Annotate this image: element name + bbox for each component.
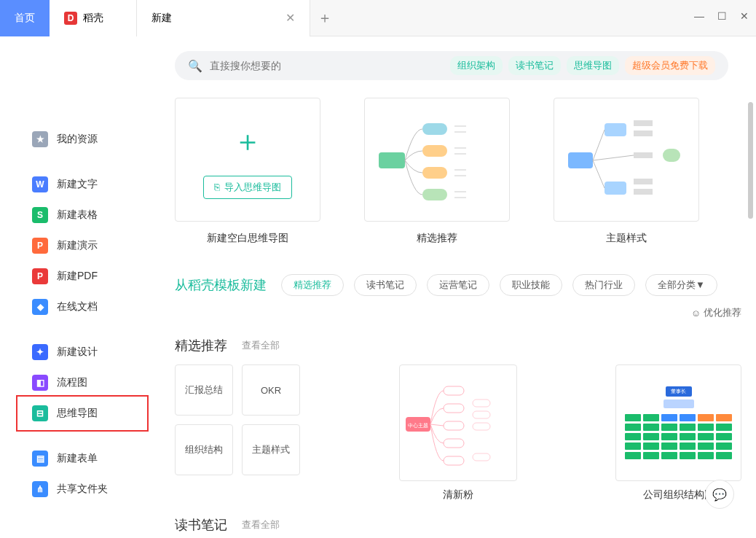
sidebar-item-label: 在线文档 (57, 300, 98, 313)
highlight-box (16, 395, 149, 432)
filter-title: 从稻壳模板新建 (175, 276, 267, 294)
sidebar-item-flowchart[interactable]: ◧流程图 (0, 367, 153, 398)
smile-icon: ☺ (691, 308, 701, 319)
tab-docer-label: 稻壳 (83, 12, 103, 25)
svg-rect-1 (422, 123, 447, 135)
quick-cell[interactable]: 主题样式 (242, 424, 300, 475)
sidebar: ★我的资源 W新建文字 S新建表格 P新建演示 P新建PDF ◆在线文档 ✦新建… (0, 36, 153, 538)
search-input[interactable] (210, 60, 443, 71)
maximize-button[interactable]: ☐ (717, 10, 727, 22)
svg-rect-24 (444, 386, 464, 395)
svg-rect-14 (605, 123, 626, 136)
filter-chip[interactable]: 运营笔记 (427, 274, 489, 296)
tab-docer[interactable]: D 稻壳 (50, 0, 137, 36)
template-card-fresh-pink[interactable]: 中心主题 清新粉 (399, 364, 517, 502)
sidebar-item-new-sheet[interactable]: S新建表格 (0, 200, 153, 230)
mindmap-preview-icon (371, 109, 503, 211)
tab-new[interactable]: 新建 ✕ (137, 0, 310, 36)
svg-rect-16 (634, 120, 653, 126)
sidebar-item-label: 流程图 (57, 376, 87, 389)
sidebar-item-label: 新建文字 (57, 178, 98, 191)
filter-chip[interactable]: 职业技能 (500, 274, 562, 296)
import-icon: ⎘ (214, 182, 220, 192)
search-tag-vip[interactable]: 超级会员免费下载 (625, 56, 715, 75)
slides-icon: P (32, 238, 48, 254)
filter-chip[interactable]: 精选推荐 (281, 274, 344, 296)
sheet-icon: S (32, 207, 48, 223)
search-box[interactable]: 🔍 组织架构 读书笔记 思维导图 超级会员免费下载 (175, 51, 728, 80)
flowchart-icon: ◧ (32, 375, 48, 391)
search-tag[interactable]: 思维导图 (567, 56, 619, 75)
svg-rect-13 (568, 152, 593, 168)
view-all-link[interactable]: 查看全部 (242, 518, 280, 531)
svg-rect-4 (422, 189, 447, 200)
sidebar-item-mindmap[interactable]: ⊟思维导图 (0, 398, 153, 429)
search-row: 🔍 组织架构 读书笔记 思维导图 超级会员免费下载 (175, 51, 741, 80)
quick-grid: 汇报总结 OKR 组织结构 主题样式 (175, 364, 300, 475)
sidebar-item-shared-folder[interactable]: ⋔共享文件夹 (0, 474, 153, 504)
top-templates-row: ＋ ⎘导入思维导图 新建空白思维导图 (175, 98, 741, 245)
sidebar-item-new-pdf[interactable]: P新建PDF (0, 261, 153, 292)
filter-row: 从稻壳模板新建 精选推荐 读书笔记 运营笔记 职业技能 热门行业 全部分类▼ ☺… (175, 274, 741, 319)
minimize-button[interactable]: — (694, 10, 704, 22)
window-controls: — ☐ ✕ (694, 10, 749, 22)
section-title: 精选推荐 (175, 337, 227, 354)
svg-rect-19 (663, 149, 680, 162)
import-mindmap-button[interactable]: ⎘导入思维导图 (203, 176, 292, 199)
tab-home-label: 首页 (15, 12, 35, 25)
sidebar-item-label: 我的资源 (57, 133, 98, 146)
quick-cell[interactable]: 组织结构 (175, 424, 233, 475)
search-icon: 🔍 (188, 59, 202, 73)
svg-rect-17 (634, 130, 653, 136)
filter-chip-all[interactable]: 全部分类▼ (645, 274, 717, 296)
pink-mindmap-icon: 中心主题 (400, 372, 516, 474)
main-layout: ★我的资源 W新建文字 S新建表格 P新建演示 P新建PDF ◆在线文档 ✦新建… (0, 36, 756, 538)
sidebar-item-new-slides[interactable]: P新建演示 (0, 230, 153, 261)
close-icon[interactable]: ✕ (286, 11, 295, 25)
search-tag[interactable]: 读书笔记 (508, 56, 561, 75)
sidebar-item-label: 共享文件夹 (57, 483, 108, 496)
svg-rect-0 (379, 152, 405, 168)
optimize-recommend[interactable]: ☺优化推荐 (691, 306, 741, 319)
plus-icon: ＋ (233, 121, 262, 161)
tab-home[interactable]: 首页 (0, 0, 50, 36)
svg-rect-29 (473, 399, 490, 407)
svg-rect-25 (444, 404, 464, 413)
template-label: 清新粉 (399, 488, 517, 502)
content: 🔍 组织架构 读书笔记 思维导图 超级会员免费下载 ＋ ⎘导入思维导图 新建空白… (153, 36, 756, 538)
quick-cell[interactable]: OKR (242, 364, 300, 416)
svg-rect-28 (444, 456, 464, 465)
theme-preview-icon (561, 109, 692, 211)
scrollbar-thumb[interactable] (748, 102, 753, 219)
svg-rect-32 (473, 453, 490, 461)
sidebar-item-online-doc[interactable]: ◆在线文档 (0, 292, 153, 322)
reading-section: 读书笔记 查看全部 (175, 516, 741, 534)
search-tag[interactable]: 组织架构 (450, 56, 503, 75)
sidebar-item-new-design[interactable]: ✦新建设计 (0, 337, 153, 367)
sidebar-item-label: 新建设计 (57, 346, 98, 359)
pdf-icon: P (32, 268, 48, 284)
filter-chip[interactable]: 热门行业 (572, 274, 635, 296)
avatar-block (0, 51, 153, 124)
svg-rect-21 (634, 189, 653, 195)
view-all-link[interactable]: 查看全部 (242, 339, 280, 352)
tab-add-button[interactable]: ＋ (310, 8, 339, 28)
featured-card[interactable]: 精选推荐 (364, 98, 510, 245)
sidebar-item-new-form[interactable]: ▤新建表单 (0, 443, 153, 474)
svg-rect-26 (444, 421, 464, 430)
chat-fab[interactable]: 💬 (705, 480, 734, 509)
quick-cell[interactable]: 汇报总结 (175, 364, 233, 416)
sidebar-item-my-resources[interactable]: ★我的资源 (0, 124, 153, 155)
close-window-button[interactable]: ✕ (740, 10, 749, 22)
svg-text:中心主题: 中心主题 (408, 423, 428, 428)
tab-bar: 首页 D 稻壳 新建 ✕ ＋ — ☐ ✕ (0, 0, 756, 36)
filter-chip[interactable]: 读书笔记 (354, 274, 417, 296)
new-blank-mindmap-card[interactable]: ＋ ⎘导入思维导图 新建空白思维导图 (175, 98, 320, 245)
svg-rect-31 (473, 423, 490, 430)
sidebar-item-new-word[interactable]: W新建文字 (0, 169, 153, 200)
section-title: 读书笔记 (175, 516, 227, 534)
theme-style-card[interactable]: 主题样式 (554, 98, 699, 245)
sidebar-item-label: 新建表格 (57, 208, 98, 222)
svg-rect-20 (634, 179, 653, 184)
share-icon: ⋔ (32, 481, 48, 497)
